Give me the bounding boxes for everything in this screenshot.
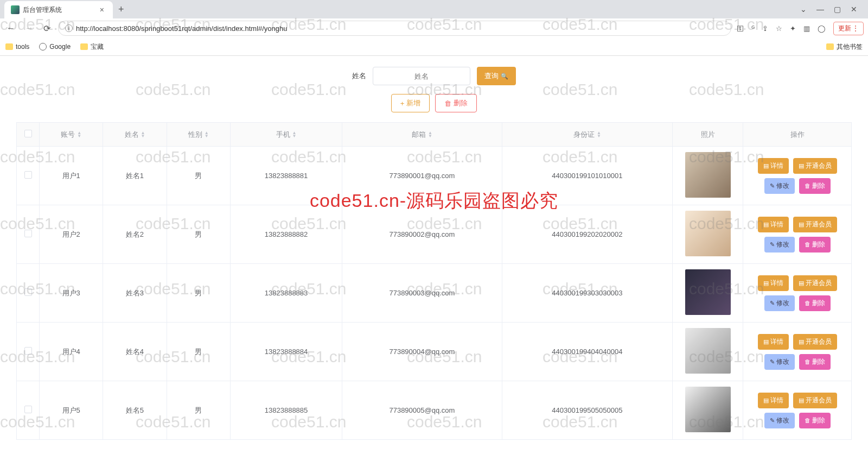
cell-name: 姓名5	[103, 381, 167, 440]
header-idcard[interactable]: 身份证▲▼	[502, 123, 672, 147]
sort-icon[interactable]: ▲▼	[428, 131, 432, 138]
sort-icon[interactable]: ▲▼	[205, 131, 209, 138]
row-delete-button[interactable]: 🗑删除	[799, 354, 831, 370]
url-box[interactable]: i http://localhost:8080/springboot51rqt/…	[58, 21, 731, 36]
other-bookmarks[interactable]: 其他书签	[826, 42, 863, 52]
header-account[interactable]: 账号▲▼	[40, 123, 103, 147]
maximize-icon[interactable]: ▢	[834, 5, 841, 14]
cell-name: 姓名4	[103, 323, 167, 381]
site-info-icon[interactable]: i	[65, 24, 73, 32]
globe-icon	[39, 43, 47, 51]
row-delete-button[interactable]: 🗑删除	[799, 295, 831, 311]
select-all-checkbox[interactable]	[24, 130, 32, 137]
header-email[interactable]: 邮箱▲▼	[342, 123, 502, 147]
table-header-row: 账号▲▼ 姓名▲▼ 性别▲▼ 手机▲▼ 邮箱▲▼ 身份证▲▼ 照片 操作	[17, 123, 852, 147]
edit-button[interactable]: ✎修改	[764, 354, 795, 370]
row-delete-button[interactable]: 🗑删除	[799, 237, 831, 253]
cell-idcard: 440300199101010001	[502, 147, 672, 205]
detail-button[interactable]: ▤详情	[758, 334, 789, 350]
reload-button[interactable]: ⟳	[41, 21, 53, 36]
minimize-icon[interactable]: —	[816, 5, 824, 14]
avatar	[685, 152, 731, 198]
browser-tab[interactable]: 后台管理系统 ×	[4, 1, 113, 18]
sort-icon[interactable]: ▲▼	[292, 131, 297, 138]
row-checkbox[interactable]	[24, 406, 32, 413]
open-vip-button[interactable]: ▤开通会员	[793, 334, 837, 350]
edit-button[interactable]: ✎修改	[764, 295, 795, 311]
doc-icon: ▤	[763, 280, 769, 287]
detail-button[interactable]: ▤详情	[758, 217, 789, 232]
row-checkbox[interactable]	[24, 171, 32, 179]
new-tab-button[interactable]: +	[113, 2, 130, 17]
row-checkbox[interactable]	[24, 288, 32, 296]
bookmark-treasure[interactable]: 宝藏	[80, 42, 104, 52]
close-window-icon[interactable]: ✕	[851, 5, 857, 14]
profile-icon[interactable]: ◯	[818, 24, 826, 33]
add-button[interactable]: + 新增	[391, 94, 430, 112]
cell-idcard: 440300199505050005	[502, 381, 672, 440]
cell-account: 用户5	[40, 381, 103, 440]
pencil-icon: ✎	[770, 182, 775, 190]
doc-icon: ▤	[763, 221, 769, 228]
pencil-icon: ✎	[770, 417, 775, 424]
sidepanel-icon[interactable]: ▥	[803, 24, 810, 33]
bookmark-google[interactable]: Google	[39, 43, 71, 51]
bookmark-tools[interactable]: tools	[5, 43, 29, 51]
action-row: + 新增 🗑 删除	[16, 94, 852, 112]
row-delete-button[interactable]: 🗑删除	[799, 413, 831, 428]
row-delete-button[interactable]: 🗑删除	[799, 178, 831, 194]
forward-button[interactable]: →	[23, 21, 36, 35]
back-button[interactable]: ←	[4, 21, 17, 35]
chevron-down-icon[interactable]: ⌄	[800, 5, 807, 14]
cell-gender: 男	[167, 147, 230, 205]
delete-button[interactable]: 🗑 删除	[435, 94, 477, 112]
name-search-input[interactable]	[373, 67, 470, 85]
header-name[interactable]: 姓名▲▼	[103, 123, 167, 147]
detail-button[interactable]: ▤详情	[758, 393, 789, 408]
row-checkbox[interactable]	[24, 347, 32, 355]
edit-button[interactable]: ✎修改	[764, 178, 795, 194]
cell-idcard: 440300199202020002	[502, 205, 672, 264]
open-vip-button[interactable]: ▤开通会员	[793, 217, 837, 232]
puzzle-icon[interactable]: ✦	[790, 24, 796, 33]
doc-icon: ▤	[799, 280, 804, 287]
edit-button[interactable]: ✎修改	[764, 413, 795, 428]
doc-icon: ▤	[799, 162, 804, 169]
query-button[interactable]: 查询 🔍	[477, 67, 516, 85]
star-icon[interactable]: ☆	[776, 24, 782, 33]
open-vip-button[interactable]: ▤开通会员	[793, 275, 837, 291]
cell-gender: 男	[167, 205, 230, 264]
cell-phone: 13823888884	[230, 323, 342, 381]
open-vip-button[interactable]: ▤开通会员	[793, 158, 837, 174]
browser-chrome: 后台管理系统 × + ⌄ — ▢ ✕ ← → ⟳ i http://localh…	[0, 0, 868, 56]
open-vip-button[interactable]: ▤开通会员	[793, 393, 837, 408]
close-tab-icon[interactable]: ×	[98, 5, 106, 14]
bookmarks-bar: tools Google 宝藏 其他书签	[0, 38, 868, 55]
header-gender[interactable]: 性别▲▼	[167, 123, 230, 147]
sort-icon[interactable]: ▲▼	[597, 131, 601, 138]
cell-email: 773890001@qq.com	[342, 147, 502, 205]
cell-account: 用户2	[40, 205, 103, 264]
table-row: 用户4 姓名4 男 13823888884 773890004@qq.com 4…	[17, 323, 852, 381]
user-table: 账号▲▼ 姓名▲▼ 性别▲▼ 手机▲▼ 邮箱▲▼ 身份证▲▼ 照片 操作 用户1…	[16, 122, 852, 440]
detail-button[interactable]: ▤详情	[758, 275, 789, 291]
translate-icon[interactable]: ᴳ	[751, 24, 755, 33]
cell-idcard: 440300199303030003	[502, 264, 672, 323]
sort-icon[interactable]: ▲▼	[77, 131, 81, 138]
share-icon[interactable]: ⇪	[762, 24, 768, 33]
plus-icon: +	[400, 99, 405, 108]
detail-button[interactable]: ▤详情	[758, 158, 789, 174]
cell-phone: 13823888883	[230, 264, 342, 323]
edit-button[interactable]: ✎修改	[764, 237, 795, 253]
sort-icon[interactable]: ▲▼	[141, 131, 145, 138]
cell-email: 773890004@qq.com	[342, 323, 502, 381]
cell-account: 用户3	[40, 264, 103, 323]
vue-favicon-icon	[11, 5, 20, 14]
row-checkbox[interactable]	[24, 230, 32, 237]
key-icon[interactable]: ⚿	[737, 24, 744, 33]
search-row: 姓名 查询 🔍	[16, 67, 852, 85]
cell-account: 用户1	[40, 147, 103, 205]
trash-icon: 🗑	[805, 358, 810, 365]
header-phone[interactable]: 手机▲▼	[230, 123, 342, 147]
update-button[interactable]: 更新 ⋮	[833, 22, 864, 35]
